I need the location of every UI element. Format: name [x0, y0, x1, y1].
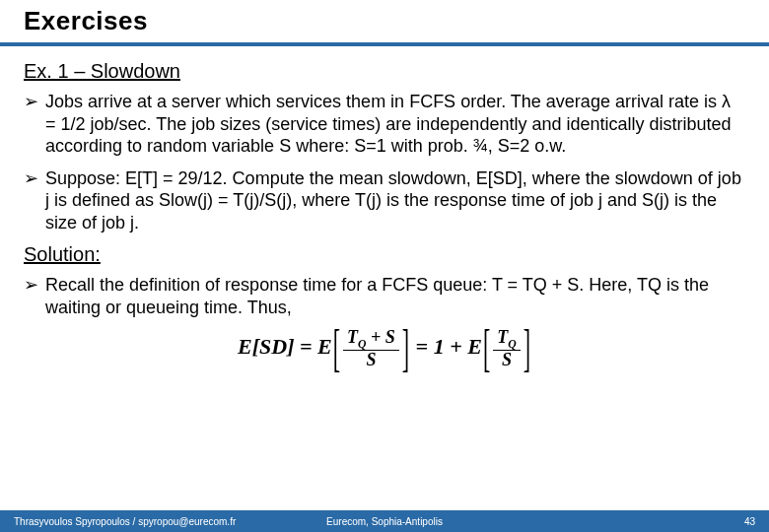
bullet-item: ➢ Jobs arrive at a server which services… [24, 91, 745, 158]
footer-author: Thrasyvoulos Spyropoulos / spyropou@eure… [14, 516, 236, 527]
fraction: TQ + S S [343, 328, 399, 368]
slide-footer: Thrasyvoulos Spyropoulos / spyropou@eure… [0, 510, 769, 532]
eq-lhs: E[SD] [238, 334, 294, 359]
eq-eq: = [300, 334, 313, 359]
eq-E: E [317, 334, 332, 359]
footer-institution: Eurecom, Sophia-Antipolis [326, 516, 443, 527]
bullet-text-3: Recall the definition of response time f… [45, 274, 745, 318]
page-title: Exercises [24, 6, 749, 36]
bullet-icon: ➢ [24, 91, 45, 113]
equation: E[SD] = E[ TQ + S S ] = 1 + E[ TQ S ] [24, 328, 745, 368]
bullet-item: ➢ Suppose: E[T] = 29/12. Compute the mea… [24, 167, 745, 234]
slide-header: Exercises [0, 0, 769, 46]
bullet-item: ➢ Recall the definition of response time… [24, 274, 745, 318]
solution-title: Solution: [24, 243, 745, 266]
bullet-icon: ➢ [24, 167, 45, 190]
eq-one: 1 [434, 334, 445, 359]
footer-page-number: 43 [744, 516, 755, 527]
bullet-icon: ➢ [24, 274, 45, 297]
fraction: TQ S [493, 328, 520, 368]
slide-content: Ex. 1 – Slowdown ➢ Jobs arrive at a serv… [0, 46, 769, 368]
eq-plus: + [450, 334, 462, 359]
eq-eq2: = [416, 334, 429, 359]
bullet-text-1: Jobs arrive at a server which services t… [45, 91, 745, 158]
eq-E2: E [467, 334, 482, 359]
bullet-text-2: Suppose: E[T] = 29/12. Compute the mean … [45, 167, 745, 234]
exercise-title: Ex. 1 – Slowdown [24, 60, 745, 83]
